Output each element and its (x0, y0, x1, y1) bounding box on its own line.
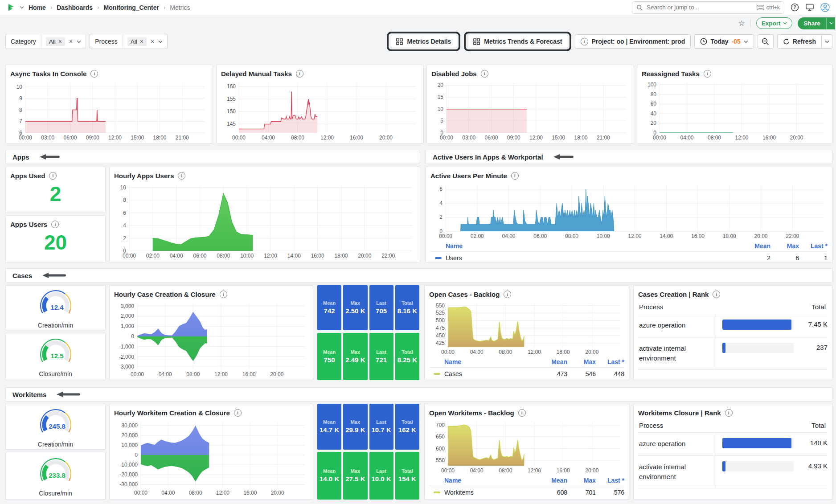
stat-tile[interactable]: Mean14.0 K (317, 452, 341, 500)
breadcrumb-dashboards[interactable]: Dashboards (57, 4, 93, 11)
rank-row[interactable]: activate internal environment 4.93 K (638, 456, 828, 488)
reassigned-tasks-chart[interactable]: 00:0004:0008:0012:0016:0020:000204060801… (642, 79, 828, 142)
refresh-button[interactable]: Refresh (777, 34, 822, 49)
info-icon[interactable]: i (90, 70, 98, 78)
stat-tile[interactable]: Total8.25 K (395, 333, 419, 380)
hourly-workitem-chart[interactable]: 00:0004:0008:0012:0016:0020:0030,00020,0… (114, 418, 308, 497)
open-workitems-chart[interactable]: 00:0004:0008:0012:0016:0020:005506006507… (429, 418, 624, 475)
search-input[interactable] (646, 4, 754, 11)
category-filter[interactable]: Category All× × (5, 34, 86, 49)
remove-value-icon[interactable]: × (58, 38, 62, 45)
section-header-workitems[interactable]: Workitems (5, 387, 832, 402)
hourly-case-chart[interactable]: 00:0004:0008:0012:0016:0020:003,0002,000… (114, 300, 308, 378)
metrics-trends-forecast-button[interactable]: Metrics Trends & Forecast (467, 35, 568, 48)
panel-title[interactable]: Open Cases - Backlog (429, 291, 500, 298)
panel-title[interactable]: Hourly Workitem Creation & Closure (114, 409, 230, 417)
legend-col-mean[interactable]: Mean (539, 477, 567, 484)
panel-title[interactable]: Hourly Case Creation & Closure (114, 291, 216, 298)
panel-title[interactable]: Active Users Per Minute (430, 172, 507, 180)
section-header-cases[interactable]: Cases (5, 268, 832, 283)
info-icon[interactable]: i (725, 409, 733, 417)
legend-row-users[interactable]: Users 2 6 1 (430, 251, 828, 263)
clear-filter-icon[interactable]: × (151, 38, 154, 45)
panel-title[interactable]: Apps Users (10, 221, 47, 228)
stat-tile[interactable]: Last10.7 K (369, 404, 393, 450)
stat-tile[interactable]: Max2.49 K (343, 333, 367, 380)
disabled-jobs-chart[interactable]: 00:0003:0006:0009:0012:0015:0018:0021:00… (431, 79, 629, 142)
refresh-interval-button[interactable] (822, 34, 832, 49)
legend-col-max[interactable]: Max (567, 358, 596, 365)
stat-tile[interactable]: Max2.50 K (343, 285, 367, 330)
stat-tile[interactable]: Total8.16 K (395, 285, 419, 330)
stat-tile[interactable]: Mean14.7 K (317, 404, 341, 450)
info-icon[interactable]: i (296, 70, 303, 78)
time-range-picker[interactable]: Today -05 (694, 34, 754, 49)
info-icon[interactable]: i (234, 409, 242, 417)
legend-col-mean[interactable]: Mean (539, 358, 567, 365)
legend-col-last[interactable]: Last * (799, 242, 828, 250)
chevron-down-icon[interactable] (77, 40, 81, 43)
hourly-apps-users-chart[interactable]: 00:0002:0004:0006:0008:0010:0012:0014:00… (114, 181, 415, 260)
rank-row[interactable]: activate internal environment 237 (638, 337, 828, 370)
active-users-chart[interactable]: 00:0002:0004:0006:0008:0010:0012:0014:00… (430, 181, 828, 240)
async-tasks-chart[interactable]: 00:0003:0006:0009:0012:0015:0018:0021:00… (10, 79, 208, 142)
legend-col-name[interactable]: Name (429, 477, 539, 484)
stat-tile[interactable]: Last721 (369, 333, 393, 380)
process-filter[interactable]: Process All× × (90, 34, 168, 49)
panel-title[interactable]: Open Workitems - Backlog (429, 409, 514, 417)
share-menu-button[interactable] (826, 17, 835, 29)
legend-col-last[interactable]: Last * (596, 358, 624, 365)
legend-col-max[interactable]: Max (567, 477, 596, 484)
process-filter-chip[interactable]: All× (127, 37, 147, 46)
legend-col-name[interactable]: Name (430, 242, 742, 250)
breadcrumb-home[interactable]: Home (29, 4, 46, 11)
info-icon[interactable]: i (518, 409, 526, 417)
panel-title[interactable]: Apps Used (10, 172, 45, 180)
info-icon[interactable]: i (504, 291, 511, 298)
stat-tile[interactable]: Last10.0 K (369, 452, 393, 500)
rank-row[interactable]: azure operation 140 K (638, 433, 828, 456)
panel-title[interactable]: Disabled Jobs (431, 70, 477, 78)
info-icon[interactable]: i (704, 70, 711, 78)
stat-tile[interactable]: Mean742 (317, 285, 341, 330)
info-icon[interactable]: i (713, 291, 720, 298)
delayed-manual-tasks-chart[interactable]: 00:0004:0008:0012:0016:0020:001451501551… (221, 79, 419, 142)
breadcrumb-monitoring-center[interactable]: Monitoring_Center (104, 4, 159, 11)
help-icon[interactable]: ? (791, 3, 799, 12)
chevron-down-icon[interactable] (20, 6, 24, 9)
info-icon[interactable]: i (511, 172, 519, 180)
info-icon[interactable]: i (51, 221, 59, 228)
remove-value-icon[interactable]: × (140, 38, 143, 45)
info-icon[interactable]: i (481, 70, 488, 78)
rank-row[interactable]: azure operation 7.45 K (638, 314, 828, 337)
info-icon[interactable]: i (220, 291, 227, 298)
metrics-details-button[interactable]: Metrics Details (390, 35, 457, 48)
stat-tile[interactable]: Last705 (369, 285, 393, 330)
export-button[interactable]: Export (756, 17, 793, 29)
panel-title[interactable]: Delayed Manual Tasks (221, 70, 292, 78)
open-cases-chart[interactable]: 00:0004:0008:0012:0016:0020:004254504755… (429, 300, 624, 356)
chevron-down-icon[interactable] (158, 40, 163, 43)
stat-tile[interactable]: Max27.5 K (343, 452, 367, 500)
panel-title[interactable]: Reassigned Tasks (642, 70, 700, 78)
legend-row-workitems[interactable]: Workitems 608 701 576 (429, 486, 624, 499)
user-avatar[interactable] (820, 3, 830, 12)
stat-tile[interactable]: Max29.9 K (343, 404, 367, 450)
legend-col-mean[interactable]: Mean (742, 242, 770, 250)
grafana-logo-icon[interactable] (6, 3, 15, 12)
section-header-active-users[interactable]: Active Users In Apps & Workportal (426, 150, 832, 164)
favorite-star-icon[interactable]: ☆ (738, 20, 745, 27)
section-header-apps[interactable]: Apps (5, 150, 420, 164)
info-icon[interactable]: i (178, 172, 185, 180)
category-filter-chip[interactable]: All× (46, 37, 65, 46)
stat-tile[interactable]: Total154 K (395, 452, 419, 500)
legend-col-name[interactable]: Name (429, 358, 539, 365)
panel-title[interactable]: Cases Creation | Rank (638, 291, 709, 298)
clear-filter-icon[interactable]: × (69, 38, 73, 45)
legend-col-max[interactable]: Max (770, 242, 799, 250)
legend-col-last[interactable]: Last * (596, 477, 624, 484)
news-monitor-icon[interactable] (805, 3, 814, 12)
project-environment-info[interactable]: i Project: oo | Environment: prod (575, 34, 691, 49)
search-box[interactable]: ctrl+k (632, 1, 784, 14)
stat-tile[interactable]: Total162 K (395, 404, 419, 450)
